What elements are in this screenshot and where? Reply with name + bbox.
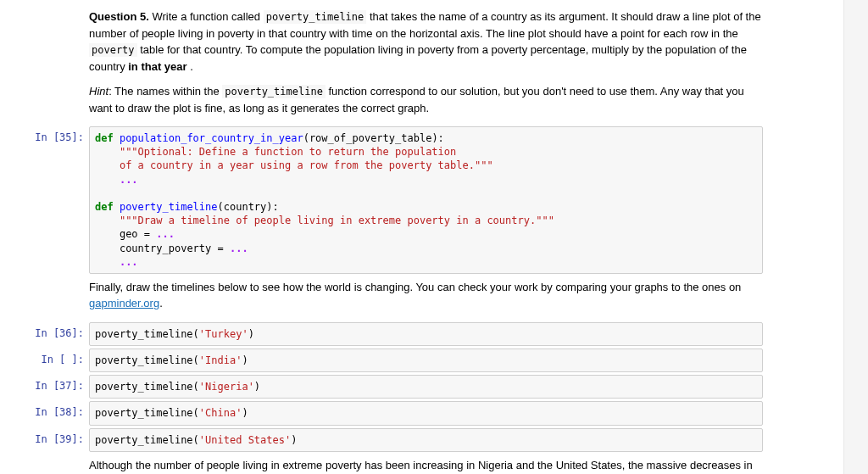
params-1: (row_of_poverty_table): bbox=[303, 132, 444, 144]
hint-pre: : The names within the bbox=[108, 85, 222, 98]
fn-name-1: population_for_country_in_year bbox=[120, 132, 303, 144]
q-text-3: table for that country. To compute the p… bbox=[89, 43, 747, 73]
page: Question 5. Write a function called pove… bbox=[0, 0, 868, 474]
link-gapminder[interactable]: gapminder.org bbox=[89, 297, 159, 309]
docstring-1b: of a country in a year using a row from … bbox=[95, 159, 493, 171]
finally-para: Finally, draw the timelines below to see… bbox=[89, 279, 763, 312]
markdown-conclusion: Although the number of people living in … bbox=[89, 457, 763, 474]
fn-name-2: poverty_timeline bbox=[120, 201, 218, 213]
code-input[interactable]: poverty_timeline('India') bbox=[89, 349, 763, 372]
kw-def: def bbox=[95, 132, 114, 144]
hint-label: Hint bbox=[89, 85, 108, 98]
question-hint: Hint: The names within the poverty_timel… bbox=[89, 83, 763, 116]
docstring-1a: """Optional: Define a function to return… bbox=[95, 146, 462, 158]
code-content: poverty_timeline('China') bbox=[95, 406, 757, 420]
ellipsis-1: ... bbox=[95, 174, 138, 186]
code-content: poverty_timeline('Turkey') bbox=[95, 327, 757, 341]
q-text-1: Write a function called bbox=[152, 10, 263, 23]
input-prompt: In [37]: bbox=[34, 375, 89, 399]
input-prompt: In [36]: bbox=[34, 322, 89, 346]
question-para-1: Question 5. Write a function called pove… bbox=[89, 8, 763, 75]
call-fn: poverty_timeline bbox=[95, 434, 193, 446]
scrollbar-gutter[interactable] bbox=[843, 0, 868, 474]
assign-geo-rhs: ... bbox=[150, 228, 175, 240]
input-prompt: In [ ]: bbox=[34, 349, 89, 372]
kw-def-2: def bbox=[95, 201, 114, 213]
call-fn: poverty_timeline bbox=[95, 381, 193, 393]
assign-geo-lhs: geo bbox=[95, 228, 144, 240]
code-cell-36: In [36]: poverty_timeline('Turkey') bbox=[34, 322, 763, 346]
finally-post: . bbox=[159, 297, 163, 309]
code-input-35[interactable]: def population_for_country_in_year(row_o… bbox=[89, 126, 763, 274]
q-text-4: . bbox=[190, 60, 193, 73]
inline-code-hint-func: poverty_timeline bbox=[222, 85, 326, 98]
assign-cp-lhs: country_poverty bbox=[95, 243, 218, 254]
markdown-question: Question 5. Write a function called pove… bbox=[89, 8, 763, 116]
code-content: poverty_timeline('United States') bbox=[95, 433, 757, 447]
code-input[interactable]: poverty_timeline('Turkey') bbox=[89, 322, 763, 346]
code-cell-39: In [39]: poverty_timeline('United States… bbox=[34, 428, 763, 452]
assign-geo-eq: = bbox=[144, 228, 150, 240]
input-prompt: In [38]: bbox=[34, 401, 89, 425]
code-input[interactable]: poverty_timeline('United States') bbox=[89, 428, 763, 452]
ellipsis-2: ... bbox=[95, 256, 138, 268]
code-input[interactable]: poverty_timeline('Nigeria') bbox=[89, 375, 763, 399]
code-input[interactable]: poverty_timeline('China') bbox=[89, 401, 763, 425]
code-cell-35: In [35]: def population_for_country_in_y… bbox=[34, 126, 763, 274]
code-cell-38: In [38]: poverty_timeline('China') bbox=[34, 401, 763, 425]
call-fn: poverty_timeline bbox=[95, 354, 193, 366]
call-fn: poverty_timeline bbox=[95, 328, 193, 340]
call-fn: poverty_timeline bbox=[95, 407, 193, 419]
question-label: Question 5. bbox=[89, 10, 149, 23]
code-content-35: def population_for_country_in_year(row_o… bbox=[95, 131, 757, 269]
finally-pre: Finally, draw the timelines below to see… bbox=[89, 281, 741, 293]
call-arg: 'Nigeria' bbox=[199, 381, 254, 393]
input-prompt-35: In [35]: bbox=[34, 126, 89, 274]
call-arg: 'China' bbox=[199, 407, 242, 419]
call-arg: 'India' bbox=[199, 354, 242, 366]
code-content: poverty_timeline('India') bbox=[95, 354, 757, 367]
code-cell-37: In [37]: poverty_timeline('Nigeria') bbox=[34, 375, 763, 399]
assign-cp-eq: = bbox=[218, 243, 224, 254]
conclusion-text: Although the number of people living in … bbox=[89, 457, 763, 474]
input-prompt: In [39]: bbox=[34, 428, 89, 452]
params-2: (country): bbox=[218, 201, 279, 213]
code-cell-empty: In [ ]: poverty_timeline('India') bbox=[34, 349, 763, 372]
assign-cp-rhs: ... bbox=[224, 243, 248, 254]
docstring-2: """Draw a timeline of people living in e… bbox=[95, 215, 554, 226]
notebook: Question 5. Write a function called pove… bbox=[0, 0, 797, 474]
call-arg: 'United States' bbox=[199, 434, 291, 446]
q-bold-year: in that year bbox=[128, 60, 186, 73]
inline-code-funcname: poverty_timeline bbox=[264, 10, 367, 24]
markdown-finally: Finally, draw the timelines below to see… bbox=[89, 279, 763, 312]
call-arg: 'Turkey' bbox=[199, 328, 248, 340]
inline-code-table: poverty bbox=[89, 43, 137, 57]
code-content: poverty_timeline('Nigeria') bbox=[95, 380, 757, 393]
